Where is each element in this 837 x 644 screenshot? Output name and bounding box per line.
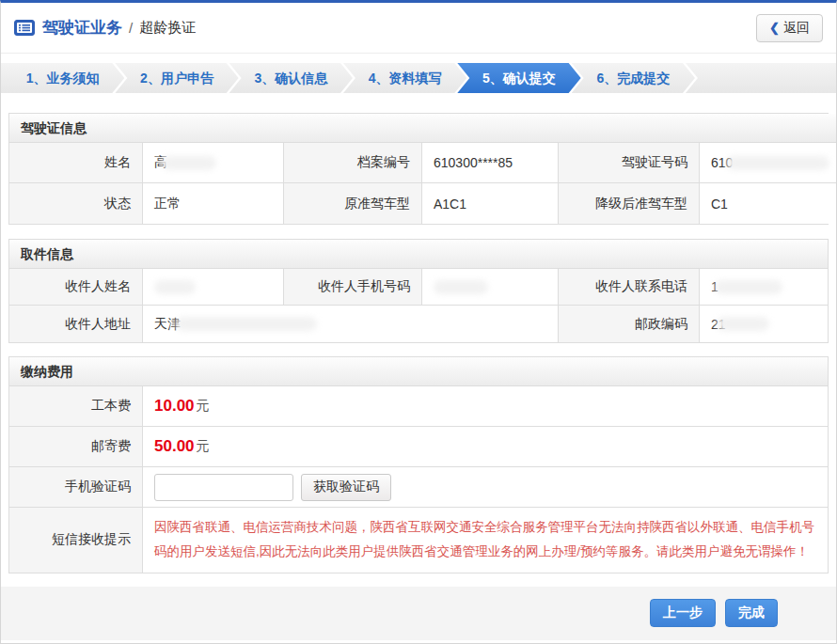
redaction-blur xyxy=(434,280,488,294)
production-fee-label: 工本费 xyxy=(9,386,143,427)
status-label: 状态 xyxy=(9,183,143,224)
breadcrumb-separator: / xyxy=(129,20,133,36)
step-wizard-tail xyxy=(686,63,836,93)
postal-code-label: 邮政编码 xyxy=(559,306,700,342)
breadcrumb-current: 超龄换证 xyxy=(139,19,196,37)
section-fees: 缴纳费用 工本费 10.00 元 邮寄费 50.00 元 手机验证码 获取验证码… xyxy=(8,356,829,573)
recipient-phone-label: 收件人联系电话 xyxy=(559,269,700,306)
step-6-complete[interactable]: 6、完成提交 xyxy=(572,63,695,93)
sms-code-input[interactable] xyxy=(154,474,293,501)
downgrade-class-value: C1 xyxy=(700,183,837,224)
license-menu-icon xyxy=(14,20,35,36)
sms-notice-text: 因陕西省联通、电信运营商技术问题，陕西省互联网交通安全综合服务管理平台无法向持陕… xyxy=(154,508,816,573)
redaction-blur xyxy=(176,317,317,331)
recipient-address-label: 收件人地址 xyxy=(9,306,143,342)
recipient-phone-value: 1 xyxy=(700,269,828,306)
step-5-confirm-submit[interactable]: 5、确认提交 xyxy=(457,63,580,93)
sms-notice-label: 短信接收提示 xyxy=(9,508,143,573)
step-1-notice[interactable]: 1、业务须知 xyxy=(1,63,124,93)
get-sms-code-button[interactable]: 获取验证码 xyxy=(301,474,391,501)
page-panel: 驾驶证业务 / 超龄换证 ❮ 返回 1、业务须知 2、用户申告 3、确认信息 4… xyxy=(0,0,837,644)
step-3-confirm-info[interactable]: 3、确认信息 xyxy=(229,63,353,93)
redaction-blur xyxy=(162,156,216,170)
section-pickup-info: 取件信息 收件人姓名 收件人手机号码 收件人联系电话 1 收件人地址 天津 邮政… xyxy=(8,239,829,343)
chevron-left-icon: ❮ xyxy=(769,21,780,35)
postal-code-value: 21 xyxy=(700,306,828,342)
status-value: 正常 xyxy=(143,183,284,224)
production-fee-amount: 10.00 xyxy=(154,397,195,416)
sms-code-row: 获取验证码 xyxy=(143,467,828,508)
recipient-name-value xyxy=(143,269,284,306)
file-no-label: 档案编号 xyxy=(284,143,422,183)
production-fee-value: 10.00 元 xyxy=(143,386,828,427)
step-wizard: 1、业务须知 2、用户申告 3、确认信息 4、资料填写 5、确认提交 6、完成提… xyxy=(1,63,836,93)
footer-action-bar: 上一步 完成 xyxy=(1,587,836,640)
redaction-blur xyxy=(715,280,782,294)
fee-unit: 元 xyxy=(197,438,210,455)
step-4-fill-data[interactable]: 4、资料填写 xyxy=(343,63,466,93)
previous-step-button[interactable]: 上一步 xyxy=(650,599,716,627)
sms-notice-cell: 因陕西省联通、电信运营商技术问题，陕西省互联网交通安全综合服务管理平台无法向持陕… xyxy=(143,508,828,573)
license-no-value: 610 xyxy=(700,143,837,183)
downgrade-class-label: 降级后准驾车型 xyxy=(559,183,700,224)
section-title: 取件信息 xyxy=(9,240,828,269)
section-title: 驾驶证信息 xyxy=(9,114,837,143)
name-value: 高 xyxy=(143,143,284,183)
back-button[interactable]: ❮ 返回 xyxy=(756,14,823,42)
step-2-declaration[interactable]: 2、用户申告 xyxy=(115,63,238,93)
recipient-mobile-value xyxy=(422,269,559,306)
redaction-blur xyxy=(154,280,196,294)
section-license-info: 驾驶证信息 姓名 高 档案编号 610300****85 驾驶证号码 610 状… xyxy=(8,113,829,225)
section-title: 缴纳费用 xyxy=(9,357,828,386)
redaction-blur xyxy=(726,156,829,170)
file-no-value: 610300****85 xyxy=(422,143,559,183)
page-header: 驾驶证业务 / 超龄换证 ❮ 返回 xyxy=(1,3,836,54)
sms-code-label: 手机验证码 xyxy=(9,467,143,508)
orig-class-value: A1C1 xyxy=(422,183,559,224)
name-label: 姓名 xyxy=(9,143,143,183)
back-button-label: 返回 xyxy=(783,20,810,37)
postage-fee-value: 50.00 元 xyxy=(143,427,828,467)
postage-fee-label: 邮寄费 xyxy=(9,427,143,467)
recipient-mobile-label: 收件人手机号码 xyxy=(284,269,422,306)
redaction-blur xyxy=(717,317,769,331)
postage-fee-amount: 50.00 xyxy=(154,437,195,456)
fee-unit: 元 xyxy=(197,398,210,415)
page-title: 驾驶证业务 xyxy=(42,17,122,39)
orig-class-label: 原准驾车型 xyxy=(284,183,422,224)
license-no-label: 驾驶证号码 xyxy=(559,143,700,183)
finish-button[interactable]: 完成 xyxy=(725,599,778,627)
recipient-address-value: 天津 xyxy=(143,306,559,342)
recipient-name-label: 收件人姓名 xyxy=(9,269,143,306)
